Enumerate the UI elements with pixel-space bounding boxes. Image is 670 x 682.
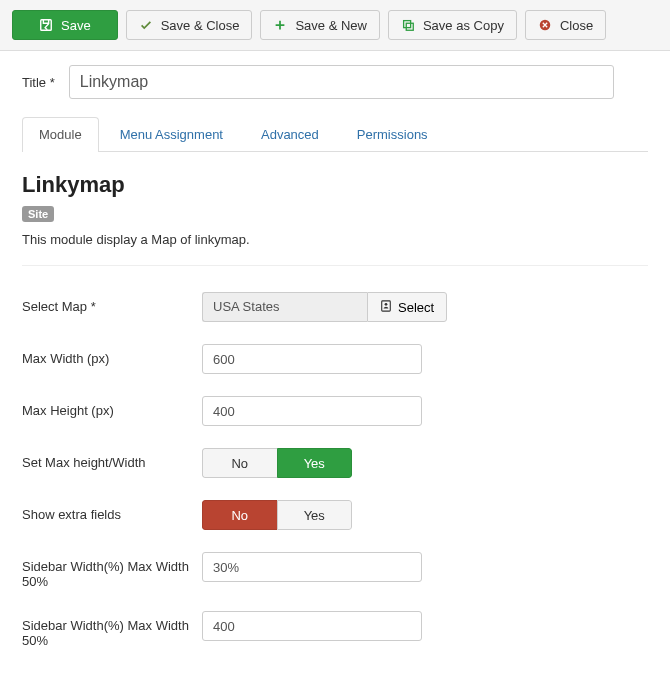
max-height-input[interactable] [202, 396, 422, 426]
set-max-toggle: No Yes [202, 448, 352, 478]
svg-point-5 [385, 302, 388, 305]
title-row: Title * [22, 65, 648, 99]
close-label: Close [560, 18, 593, 33]
row-sidebar-width-1: Sidebar Width(%) Max Width 50% [22, 552, 648, 589]
row-max-height: Max Height (px) [22, 396, 648, 426]
select-map-button[interactable]: Select [367, 292, 447, 322]
save-button-label: Save [61, 18, 91, 33]
close-button[interactable]: Close [525, 10, 606, 40]
sidebar-width-1-input[interactable] [202, 552, 422, 582]
max-width-input[interactable] [202, 344, 422, 374]
check-icon [139, 18, 153, 32]
tab-permissions[interactable]: Permissions [340, 117, 445, 151]
svg-rect-2 [406, 23, 413, 30]
plus-icon [273, 18, 287, 32]
svg-rect-4 [382, 300, 391, 310]
sidebar-width-1-label: Sidebar Width(%) Max Width 50% [22, 552, 202, 589]
set-max-label: Set Max height/Width [22, 448, 202, 470]
sidebar-width-2-label: Sidebar Width(%) Max Width 50% [22, 611, 202, 648]
select-map-value: USA States [202, 292, 367, 322]
select-map-button-label: Select [398, 300, 434, 315]
save-new-button[interactable]: Save & New [260, 10, 380, 40]
title-input[interactable] [69, 65, 614, 99]
save-copy-label: Save as Copy [423, 18, 504, 33]
show-extra-label: Show extra fields [22, 500, 202, 522]
set-max-no[interactable]: No [202, 448, 277, 478]
show-extra-no[interactable]: No [202, 500, 277, 530]
address-book-icon [380, 300, 392, 315]
select-map-label: Select Map * [22, 292, 202, 314]
set-max-yes[interactable]: Yes [277, 448, 353, 478]
close-icon [538, 18, 552, 32]
show-extra-yes[interactable]: Yes [277, 500, 353, 530]
tab-menu-assignment[interactable]: Menu Assignment [103, 117, 240, 151]
module-description: This module display a Map of linkymap. [22, 232, 648, 247]
save-button[interactable]: Save [12, 10, 118, 40]
save-icon [39, 18, 53, 32]
max-height-label: Max Height (px) [22, 396, 202, 418]
separator [22, 265, 648, 266]
show-extra-toggle: No Yes [202, 500, 352, 530]
row-show-extra: Show extra fields No Yes [22, 500, 648, 530]
tab-module[interactable]: Module [22, 117, 99, 152]
tabs: Module Menu Assignment Advanced Permissi… [22, 117, 648, 152]
tab-advanced[interactable]: Advanced [244, 117, 336, 151]
row-sidebar-width-2: Sidebar Width(%) Max Width 50% [22, 611, 648, 648]
sidebar-width-2-input[interactable] [202, 611, 422, 641]
site-badge: Site [22, 206, 54, 222]
row-max-width: Max Width (px) [22, 344, 648, 374]
toolbar: Save Save & Close Save & New Save as Cop… [0, 0, 670, 51]
svg-rect-1 [404, 21, 411, 28]
row-select-map: Select Map * USA States Select [22, 292, 648, 322]
module-heading: Linkymap [22, 172, 648, 198]
save-new-label: Save & New [295, 18, 367, 33]
title-label: Title * [22, 75, 55, 90]
max-width-label: Max Width (px) [22, 344, 202, 366]
save-close-label: Save & Close [161, 18, 240, 33]
save-close-button[interactable]: Save & Close [126, 10, 253, 40]
save-copy-button[interactable]: Save as Copy [388, 10, 517, 40]
content: Title * Module Menu Assignment Advanced … [0, 51, 670, 682]
copy-icon [401, 18, 415, 32]
row-set-max: Set Max height/Width No Yes [22, 448, 648, 478]
